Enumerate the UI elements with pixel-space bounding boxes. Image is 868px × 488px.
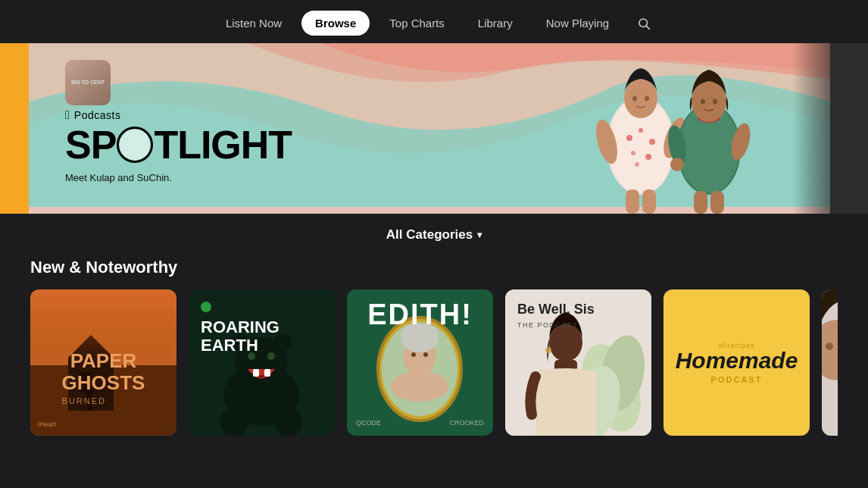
svg-line-1 bbox=[646, 26, 649, 29]
hero-brand-label: Podcasts bbox=[74, 109, 121, 121]
svg-point-25 bbox=[670, 158, 684, 171]
hero-subtitle: Meet Kulap and SuChin. bbox=[65, 172, 292, 183]
be-well-title: Be Well, Sis bbox=[517, 302, 639, 318]
edith-title: EDITH! bbox=[367, 299, 473, 331]
podcast-cover-edith: EDITH! QCODE CROOKED bbox=[347, 289, 493, 436]
nav-listen-now[interactable]: Listen Now bbox=[212, 11, 295, 36]
podcasts-row: PAPERGHOSTS BURNED iHeart bbox=[30, 289, 838, 436]
spotlight-o-circle bbox=[117, 127, 153, 163]
podcast-card-homemade[interactable]: allrecipes Homemade PODCAST bbox=[663, 289, 810, 436]
podcast-card-be-well-sis[interactable]: Be Well, Sis THE PODCAST bbox=[505, 289, 651, 436]
svg-point-11 bbox=[624, 79, 657, 118]
homemade-text: allrecipes Homemade PODCAST bbox=[663, 289, 810, 436]
paper-ghosts-subtitle: BURNED bbox=[62, 396, 145, 405]
svg-point-12 bbox=[632, 96, 637, 102]
paper-ghosts-text: PAPERGHOSTS BURNED iHeart bbox=[30, 289, 176, 436]
partial-cover-art bbox=[822, 289, 838, 436]
iheart-logo: iHeart bbox=[38, 421, 56, 428]
hero-right-edge bbox=[792, 43, 830, 214]
nav-top-charts[interactable]: Top Charts bbox=[376, 11, 458, 36]
hero-yellow-accent bbox=[0, 43, 29, 214]
hero-right-peek bbox=[830, 43, 868, 214]
homemade-podcast-label: PODCAST bbox=[711, 375, 763, 384]
content-area: All Categories ▾ New & Noteworthy bbox=[0, 227, 868, 436]
svg-rect-16 bbox=[626, 189, 639, 214]
podcast-cover-homemade: allrecipes Homemade PODCAST bbox=[663, 289, 810, 436]
svg-rect-17 bbox=[642, 189, 656, 214]
svg-point-6 bbox=[639, 128, 643, 133]
svg-point-20 bbox=[692, 81, 726, 122]
svg-point-7 bbox=[649, 139, 655, 145]
paper-ghosts-title: PAPERGHOSTS bbox=[62, 350, 145, 393]
nav-library[interactable]: Library bbox=[464, 11, 526, 36]
svg-point-64 bbox=[826, 343, 833, 350]
nav-browse[interactable]: Browse bbox=[301, 11, 370, 36]
svg-rect-26 bbox=[694, 191, 707, 214]
svg-point-5 bbox=[626, 135, 632, 141]
svg-point-13 bbox=[645, 96, 649, 102]
podcast-card-partial[interactable] bbox=[822, 289, 838, 436]
categories-row: All Categories ▾ bbox=[30, 227, 838, 242]
chevron-down-icon: ▾ bbox=[477, 230, 482, 240]
qcode-logo: QCODE bbox=[356, 419, 381, 427]
be-well-text: Be Well, Sis THE PODCAST bbox=[505, 289, 651, 436]
podcast-card-paper-ghosts[interactable]: PAPERGHOSTS BURNED iHeart bbox=[30, 289, 176, 436]
categories-label: All Categories bbox=[386, 227, 473, 242]
svg-point-8 bbox=[631, 151, 635, 155]
homemade-title: Homemade bbox=[676, 349, 798, 372]
all-categories-button[interactable]: All Categories ▾ bbox=[386, 227, 482, 242]
navigation-bar: Listen Now Browse Top Charts Library Now… bbox=[0, 0, 868, 43]
hero-banner[interactable]: 800 TO CENT  Podcasts SPTLIGHT Meet Kul… bbox=[0, 43, 868, 214]
podcast-card-roaring-earth[interactable]: ROARINGEARTH bbox=[189, 289, 335, 436]
search-icon bbox=[637, 17, 651, 30]
hero-characters-illustration bbox=[542, 47, 785, 214]
podcast-cover-roaring-earth: ROARINGEARTH bbox=[189, 289, 335, 436]
podcast-cover-be-well: Be Well, Sis THE PODCAST bbox=[505, 289, 651, 436]
edith-text: EDITH! QCODE CROOKED bbox=[347, 289, 493, 436]
edith-logos: QCODE CROOKED bbox=[356, 419, 484, 427]
svg-point-21 bbox=[701, 99, 705, 105]
podcast-card-edith[interactable]: EDITH! QCODE CROOKED bbox=[347, 289, 493, 436]
svg-point-9 bbox=[645, 154, 651, 160]
small-cover-label: 800 TO CENT bbox=[71, 80, 105, 86]
hero-content-area: 800 TO CENT  Podcasts SPTLIGHT Meet Kul… bbox=[29, 43, 830, 214]
svg-rect-27 bbox=[710, 191, 724, 214]
be-well-subtitle: THE PODCAST bbox=[517, 321, 639, 329]
crooked-logo: CROOKED bbox=[449, 419, 484, 427]
search-button[interactable] bbox=[632, 11, 656, 36]
hero-spotlight-title: SPTLIGHT bbox=[65, 125, 292, 166]
apple-logo-icon:  bbox=[65, 108, 70, 122]
hero-logo:  Podcasts bbox=[65, 108, 292, 122]
hero-small-cover: 800 TO CENT bbox=[65, 60, 111, 105]
svg-point-10 bbox=[635, 162, 639, 167]
podcast-cover-paper-ghosts: PAPERGHOSTS BURNED iHeart bbox=[30, 289, 176, 436]
podcast-cover-partial bbox=[822, 289, 838, 436]
hero-text-block:  Podcasts SPTLIGHT Meet Kulap and SuChi… bbox=[65, 108, 292, 183]
svg-point-63 bbox=[822, 320, 838, 380]
svg-point-22 bbox=[713, 99, 717, 105]
nav-now-playing[interactable]: Now Playing bbox=[532, 11, 623, 36]
roaring-earth-title: ROARINGEARTH bbox=[201, 318, 323, 355]
new-noteworthy-title: New & Noteworthy bbox=[30, 258, 838, 277]
roaring-earth-dot bbox=[201, 302, 211, 312]
roaring-earth-text: ROARINGEARTH bbox=[189, 289, 335, 436]
